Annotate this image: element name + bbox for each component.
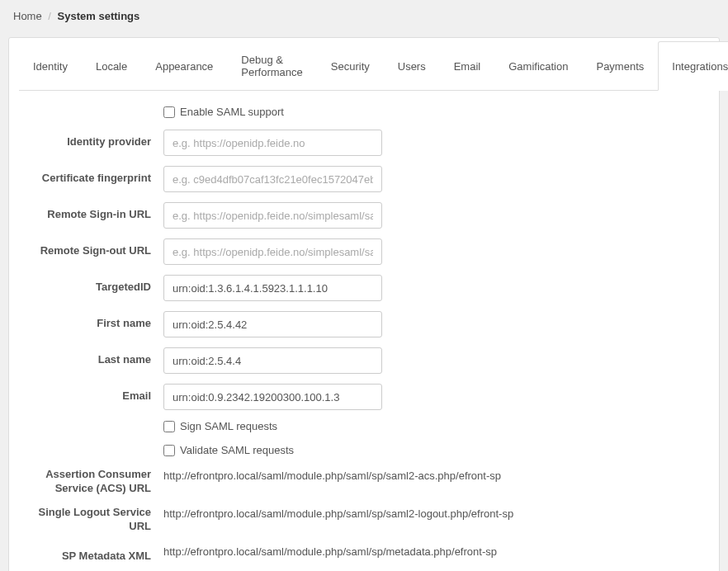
cert-fp-input[interactable] xyxy=(163,166,382,192)
idp-label: Identity provider xyxy=(19,130,163,148)
signin-url-input[interactable] xyxy=(163,202,382,229)
first-name-input[interactable] xyxy=(163,311,382,337)
tab-appearance[interactable]: Appearance xyxy=(141,41,227,91)
targeted-id-input[interactable] xyxy=(163,275,382,301)
signout-url-input[interactable] xyxy=(163,238,382,265)
validate-requests-label: Validate SAML requests xyxy=(180,444,294,456)
breadcrumb-current: System settings xyxy=(58,10,140,22)
tab-users[interactable]: Users xyxy=(384,41,440,91)
tab-security[interactable]: Security xyxy=(317,41,384,91)
breadcrumb-home[interactable]: Home xyxy=(13,10,42,22)
idp-input[interactable] xyxy=(163,130,382,156)
email-input[interactable] xyxy=(163,384,382,410)
tab-email[interactable]: Email xyxy=(440,41,495,91)
tab-gamification[interactable]: Gamification xyxy=(494,41,582,91)
slo-url-label: Single Logout Service URL xyxy=(19,506,163,534)
validate-requests-checkbox[interactable] xyxy=(163,445,175,456)
sign-requests-row[interactable]: Sign SAML requests xyxy=(163,420,709,432)
enable-saml-label: Enable SAML support xyxy=(180,106,284,118)
breadcrumb-sep: / xyxy=(48,10,51,22)
tabs-nav: Identity Locale Appearance Debug & Perfo… xyxy=(19,38,709,91)
last-name-input[interactable] xyxy=(163,347,382,374)
sign-requests-label: Sign SAML requests xyxy=(180,420,277,432)
targeted-id-label: TargetedID xyxy=(19,275,163,293)
slo-url-value: http://efrontpro.local/saml/module.php/s… xyxy=(163,507,513,520)
validate-requests-row[interactable]: Validate SAML requests xyxy=(163,444,709,456)
signin-url-label: Remote Sign-in URL xyxy=(19,202,163,220)
first-name-label: First name xyxy=(19,311,163,329)
acs-url-label: Assertion Consumer Service (ACS) URL xyxy=(19,468,163,496)
tab-integrations-label: Integrations xyxy=(672,60,728,73)
signout-url-label: Remote Sign-out URL xyxy=(19,238,163,257)
acs-url-value: http://efrontpro.local/saml/module.php/s… xyxy=(163,470,501,482)
tab-integrations[interactable]: Integrations xyxy=(658,41,728,91)
tab-identity[interactable]: Identity xyxy=(19,41,82,91)
cert-fp-label: Certificate fingerprint xyxy=(19,166,163,184)
email-label: Email xyxy=(19,384,163,402)
settings-panel: Identity Locale Appearance Debug & Perfo… xyxy=(8,37,720,571)
tab-locale[interactable]: Locale xyxy=(82,41,141,91)
breadcrumb: Home / System settings xyxy=(0,0,728,32)
enable-saml-checkbox[interactable] xyxy=(163,106,175,118)
sign-requests-checkbox[interactable] xyxy=(163,421,175,432)
enable-saml-checkbox-row[interactable]: Enable SAML support xyxy=(163,106,709,118)
tab-payments[interactable]: Payments xyxy=(582,41,658,91)
last-name-label: Last name xyxy=(19,347,163,366)
sp-metadata-label: SP Metadata XML xyxy=(19,544,163,562)
sp-metadata-value: http://efrontpro.local/saml/module.php/s… xyxy=(163,545,497,558)
tab-debug[interactable]: Debug & Performance xyxy=(227,41,316,91)
